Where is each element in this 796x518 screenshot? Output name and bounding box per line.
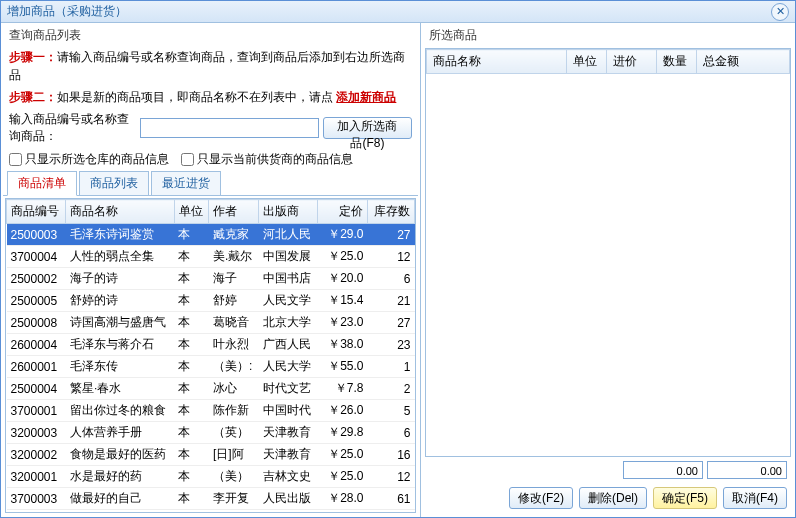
- table-row[interactable]: 2500008诗国高潮与盛唐气本葛晓音北京大学￥23.027: [7, 312, 415, 334]
- cell-name: 毛泽东诗词鉴赏: [66, 224, 175, 246]
- col-name[interactable]: 商品名称: [66, 200, 175, 224]
- cell-price: ￥25.0: [317, 444, 367, 466]
- col-publisher[interactable]: 出版商: [259, 200, 317, 224]
- step-one-row: 步骤一：请输入商品编号或名称查询商品，查询到商品后添加到右边所选商品: [3, 46, 418, 86]
- total-qty: 0.00: [623, 461, 703, 479]
- window-title: 增加商品（采购进货）: [7, 3, 771, 20]
- search-input[interactable]: [140, 118, 319, 138]
- table-row[interactable]: 2600004毛泽东与蒋介石本叶永烈广西人民￥38.023: [7, 334, 415, 356]
- cell-pub: 吉林文史: [259, 466, 317, 488]
- cell-code: 2500003: [7, 224, 66, 246]
- cell-code: 3700003: [7, 488, 66, 510]
- filter-supplier[interactable]: 只显示当前供货商的商品信息: [181, 151, 353, 168]
- table-row[interactable]: 3700001留出你过冬的粮食本陈作新中国时代￥26.05: [7, 400, 415, 422]
- cell-price: ￥38.0: [317, 334, 367, 356]
- tab-product-grid[interactable]: 商品列表: [79, 171, 149, 195]
- col-unit[interactable]: 单位: [174, 200, 208, 224]
- confirm-button[interactable]: 确定(F5): [653, 487, 717, 509]
- cell-unit: 本: [174, 312, 208, 334]
- cell-name: 毛泽东传: [66, 356, 175, 378]
- table-header-row: 商品编号 商品名称 单位 作者 出版商 定价 库存数: [7, 200, 415, 224]
- selected-grid[interactable]: 商品名称 单位 进价 数量 总金额: [425, 48, 791, 457]
- cell-author: 陈作新: [209, 400, 259, 422]
- cell-unit: 本: [174, 466, 208, 488]
- cell-unit: 本: [174, 290, 208, 312]
- cell-name: 做最好的自己: [66, 488, 175, 510]
- cell-author: 叶永烈: [209, 334, 259, 356]
- col-stock[interactable]: 库存数: [367, 200, 414, 224]
- cell-stock: 12: [367, 246, 414, 268]
- table-row[interactable]: 3200001水是最好的药本（美）吉林文史￥25.012: [7, 466, 415, 488]
- cell-unit: 本: [174, 400, 208, 422]
- sel-col-qty[interactable]: 数量: [657, 50, 697, 74]
- table-row[interactable]: 3700004人性的弱点全集本美.戴尔中国发展￥25.012: [7, 246, 415, 268]
- table-row[interactable]: 2500003毛泽东诗词鉴赏本臧克家河北人民￥29.027: [7, 224, 415, 246]
- filter-warehouse-checkbox[interactable]: [9, 153, 22, 166]
- table-row[interactable]: 3700003做最好的自己本李开复人民出版￥28.061: [7, 488, 415, 510]
- cell-name: 人体营养手册: [66, 422, 175, 444]
- filter-warehouse-label: 只显示所选仓库的商品信息: [25, 151, 169, 168]
- table-row[interactable]: 2600002曹操·喋血中原本子金山国际文化￥25.03: [7, 510, 415, 514]
- step-two-row: 步骤二：如果是新的商品项目，即商品名称不在列表中，请点 添加新商品: [3, 86, 418, 108]
- sel-col-unit[interactable]: 单位: [567, 50, 607, 74]
- cell-stock: 16: [367, 444, 414, 466]
- cell-author: 冰心: [209, 378, 259, 400]
- cell-pub: 广西人民: [259, 334, 317, 356]
- tabs: 商品清单 商品列表 最近进货: [3, 171, 418, 196]
- cell-price: ￥25.0: [317, 510, 367, 514]
- close-icon: ✕: [776, 5, 785, 18]
- tab-product-list[interactable]: 商品清单: [7, 171, 77, 196]
- modify-button[interactable]: 修改(F2): [509, 487, 573, 509]
- cell-author: （美）:: [209, 356, 259, 378]
- sel-col-price[interactable]: 进价: [607, 50, 657, 74]
- delete-button[interactable]: 删除(Del): [579, 487, 647, 509]
- cell-unit: 本: [174, 488, 208, 510]
- table-row[interactable]: 2500004繁星·春水本冰心时代文艺￥7.82: [7, 378, 415, 400]
- cell-unit: 本: [174, 356, 208, 378]
- tab-recent-purchase[interactable]: 最近进货: [151, 171, 221, 195]
- filter-warehouse[interactable]: 只显示所选仓库的商品信息: [9, 151, 169, 168]
- table-row[interactable]: 2500005舒婷的诗本舒婷人民文学￥15.421: [7, 290, 415, 312]
- filter-supplier-checkbox[interactable]: [181, 153, 194, 166]
- cell-code: 2500002: [7, 268, 66, 290]
- cancel-button[interactable]: 取消(F4): [723, 487, 787, 509]
- add-selected-button[interactable]: 加入所选商品(F8): [323, 117, 412, 139]
- cell-name: 曹操·喋血中原: [66, 510, 175, 514]
- right-panel: 所选商品 商品名称 单位 进价 数量 总金额 0: [421, 23, 795, 517]
- cell-price: ￥7.8: [317, 378, 367, 400]
- close-button[interactable]: ✕: [771, 3, 789, 21]
- cell-pub: 中国时代: [259, 400, 317, 422]
- col-price[interactable]: 定价: [317, 200, 367, 224]
- cell-author: 葛晓音: [209, 312, 259, 334]
- sel-col-name[interactable]: 商品名称: [427, 50, 567, 74]
- col-code[interactable]: 商品编号: [7, 200, 66, 224]
- cell-pub: 北京大学: [259, 312, 317, 334]
- cell-code: 2500005: [7, 290, 66, 312]
- cell-author: （英）: [209, 422, 259, 444]
- cell-price: ￥29.0: [317, 224, 367, 246]
- cell-code: 3200001: [7, 466, 66, 488]
- cell-author: （美）: [209, 466, 259, 488]
- cell-pub: 人民出版: [259, 488, 317, 510]
- cell-stock: 27: [367, 224, 414, 246]
- cell-unit: 本: [174, 378, 208, 400]
- table-row[interactable]: 2500002海子的诗本海子中国书店￥20.06: [7, 268, 415, 290]
- product-grid[interactable]: 商品编号 商品名称 单位 作者 出版商 定价 库存数 2500003毛泽东诗词鉴…: [5, 198, 416, 513]
- cell-author: 舒婷: [209, 290, 259, 312]
- cell-code: 2600002: [7, 510, 66, 514]
- table-row[interactable]: 3200002食物是最好的医药本[日]阿天津教育￥25.016: [7, 444, 415, 466]
- table-row[interactable]: 3200003人体营养手册本（英）天津教育￥29.86: [7, 422, 415, 444]
- filter-supplier-label: 只显示当前供货商的商品信息: [197, 151, 353, 168]
- cell-pub: 天津教育: [259, 422, 317, 444]
- cell-name: 繁星·春水: [66, 378, 175, 400]
- cell-pub: 天津教育: [259, 444, 317, 466]
- table-row[interactable]: 2600001毛泽东传本（美）:人民大学￥55.01: [7, 356, 415, 378]
- add-new-product-link[interactable]: 添加新商品: [336, 90, 396, 104]
- sel-col-total[interactable]: 总金额: [697, 50, 790, 74]
- cell-stock: 23: [367, 334, 414, 356]
- cell-stock: 61: [367, 488, 414, 510]
- cell-pub: 河北人民: [259, 224, 317, 246]
- cell-name: 毛泽东与蒋介石: [66, 334, 175, 356]
- cell-code: 2500004: [7, 378, 66, 400]
- col-author[interactable]: 作者: [209, 200, 259, 224]
